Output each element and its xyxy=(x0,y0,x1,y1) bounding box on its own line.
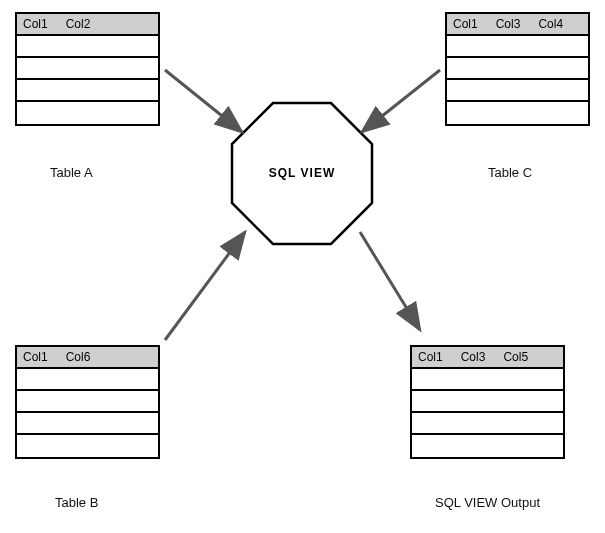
diagram-canvas: Col1 Col2 Table A Col1 Col3 Col4 Table C… xyxy=(0,0,605,533)
arrow-c-to-view xyxy=(362,70,440,132)
sql-view-label: SQL VIEW xyxy=(232,166,372,180)
arrow-b-to-view xyxy=(165,232,245,340)
arrow-a-to-view xyxy=(165,70,242,132)
diagram-svg xyxy=(0,0,605,533)
arrow-view-to-output xyxy=(360,232,420,330)
